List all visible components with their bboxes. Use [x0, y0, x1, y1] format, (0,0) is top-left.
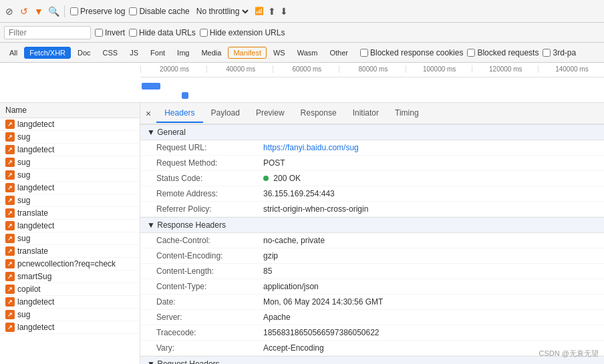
- hide-data-urls-checkbox[interactable]: Hide data URLs: [129, 28, 196, 37]
- tab-doc[interactable]: Doc: [72, 47, 96, 59]
- referrer-policy-row: Referrer Policy: strict-origin-when-cros…: [140, 202, 604, 217]
- tab-preview[interactable]: Preview: [248, 104, 293, 123]
- upload-icon[interactable]: ⬆: [268, 6, 276, 17]
- filter-bar: Invert Hide data URLs Hide extension URL…: [0, 23, 604, 43]
- list-item[interactable]: ↗ langdetect: [0, 296, 140, 309]
- list-item[interactable]: ↗ translate: [0, 207, 140, 220]
- timeline-bar-2: [182, 92, 188, 99]
- date-row: Date: Mon, 06 May 2024 14:30:56 GMT: [140, 295, 604, 310]
- tab-response[interactable]: Response: [293, 104, 345, 123]
- list-item[interactable]: ↗ smartSug: [0, 270, 140, 283]
- general-section-title: ▼ General: [147, 128, 186, 137]
- tab-ws[interactable]: WS: [268, 47, 291, 59]
- list-item[interactable]: ↗ langdetect: [0, 144, 140, 156]
- list-item[interactable]: ↗ sug: [0, 194, 140, 207]
- list-item[interactable]: ↗ langdetect: [0, 182, 140, 194]
- item-name: pcnewcollection?req=check: [17, 259, 116, 268]
- list-item[interactable]: ↗ sug: [0, 309, 140, 321]
- wifi-icon: 📶: [255, 7, 264, 15]
- list-item[interactable]: ↗ sug: [0, 232, 140, 245]
- tab-js[interactable]: JS: [124, 47, 144, 59]
- stop-icon[interactable]: ⊘: [4, 6, 15, 17]
- request-url-row: Request URL: https://fanyi.baidu.com/sug: [140, 140, 604, 156]
- filter-input[interactable]: [4, 26, 91, 39]
- tick-5: 120000 ms: [472, 65, 538, 73]
- tab-font[interactable]: Font: [145, 47, 170, 59]
- tab-initiator[interactable]: Initiator: [345, 104, 387, 123]
- name-column-header: Name: [5, 106, 27, 115]
- tracecode-value: 18568318650566597386050622: [263, 328, 597, 337]
- tab-timing[interactable]: Timing: [387, 104, 427, 123]
- blocked-requests-checkbox[interactable]: Blocked requests: [467, 48, 539, 57]
- list-item[interactable]: ↗ copilot: [0, 283, 140, 296]
- left-panel: Name ↗ langdetect ↗ sug ↗ langdetect ↗ s…: [0, 103, 140, 364]
- tab-media[interactable]: Media: [196, 47, 226, 59]
- hide-data-urls-input[interactable]: [129, 29, 137, 37]
- general-section-header[interactable]: ▼ General: [140, 124, 604, 140]
- invert-checkbox[interactable]: Invert: [95, 28, 125, 37]
- list-item[interactable]: ↗ pcnewcollection?req=check: [0, 258, 140, 270]
- status-code-label: Status Code:: [156, 174, 263, 183]
- search-icon[interactable]: 🔍: [48, 6, 59, 17]
- list-item[interactable]: ↗ sug: [0, 156, 140, 169]
- item-icon: ↗: [5, 246, 15, 256]
- tick-4: 100000 ms: [406, 65, 472, 73]
- tab-img[interactable]: Img: [172, 47, 194, 59]
- third-party-input[interactable]: [543, 49, 551, 57]
- tab-wasm[interactable]: Wasm: [292, 47, 323, 59]
- tab-fetch-xhr[interactable]: Fetch/XHR: [24, 47, 71, 59]
- invert-label: Invert: [105, 28, 125, 37]
- close-button[interactable]: ×: [146, 108, 151, 119]
- request-url-value[interactable]: https://fanyi.baidu.com/sug: [263, 143, 597, 152]
- server-row: Server: Apache: [140, 310, 604, 325]
- list-item[interactable]: ↗ translate: [0, 245, 140, 258]
- tab-manifest[interactable]: Manifest: [228, 47, 267, 59]
- list-item[interactable]: ↗ langdetect: [0, 321, 140, 334]
- status-code-value: 200 OK: [263, 174, 597, 183]
- preserve-log-label: Preserve log: [80, 7, 125, 16]
- item-name: langdetect: [17, 297, 54, 307]
- content-encoding-value: gzip: [263, 251, 597, 260]
- date-label: Date:: [156, 297, 263, 307]
- preserve-log-input[interactable]: [70, 7, 78, 15]
- item-name: sug: [17, 196, 30, 205]
- hide-extension-urls-checkbox[interactable]: Hide extension URLs: [200, 28, 285, 37]
- list-item[interactable]: ↗ langdetect: [0, 118, 140, 131]
- tab-other[interactable]: Other: [324, 47, 353, 59]
- tab-css[interactable]: CSS: [98, 47, 124, 59]
- timeline-ruler: 20000 ms 40000 ms 60000 ms 80000 ms 1000…: [140, 63, 604, 77]
- tick-6: 140000 ms: [538, 65, 604, 73]
- list-item[interactable]: ↗ sug: [0, 131, 140, 144]
- tab-payload[interactable]: Payload: [203, 104, 248, 123]
- tab-all[interactable]: All: [4, 47, 23, 59]
- blocked-cookies-input[interactable]: [360, 49, 368, 57]
- disable-cache-checkbox[interactable]: Disable cache: [129, 7, 189, 16]
- reload-icon[interactable]: ↺: [19, 6, 29, 17]
- response-headers-section-header[interactable]: ▼ Response Headers: [140, 217, 604, 233]
- list-item[interactable]: ↗ sug: [0, 169, 140, 182]
- blocked-cookies-checkbox[interactable]: Blocked response cookies: [360, 48, 463, 57]
- disable-cache-input[interactable]: [129, 7, 137, 15]
- item-name: sug: [17, 132, 30, 142]
- content-type-row: Content-Type: application/json: [140, 279, 604, 295]
- item-icon: ↗: [5, 297, 15, 307]
- third-party-checkbox[interactable]: 3rd-pa: [543, 48, 576, 57]
- list-item[interactable]: ↗ langdetect: [0, 220, 140, 232]
- item-name: langdetect: [17, 323, 54, 332]
- tab-headers[interactable]: Headers: [156, 104, 202, 123]
- filter-icon[interactable]: ▼: [33, 6, 44, 17]
- download-icon[interactable]: ⬇: [280, 6, 288, 17]
- invert-input[interactable]: [95, 29, 103, 37]
- item-icon: ↗: [5, 208, 15, 218]
- item-name: translate: [17, 208, 48, 218]
- request-url-label: Request URL:: [156, 143, 263, 152]
- hide-extension-urls-input[interactable]: [200, 29, 208, 37]
- remote-address-label: Remote Address:: [156, 189, 263, 198]
- blocked-requests-input[interactable]: [467, 49, 475, 57]
- request-headers-section-header[interactable]: ▼ Request Headers: [140, 356, 604, 364]
- preserve-log-checkbox[interactable]: Preserve log: [70, 7, 125, 16]
- server-value: Apache: [263, 313, 597, 322]
- throttle-select[interactable]: No throttling: [194, 6, 251, 17]
- item-icon: ↗: [5, 158, 15, 167]
- content-type-label: Content-Type:: [156, 282, 263, 291]
